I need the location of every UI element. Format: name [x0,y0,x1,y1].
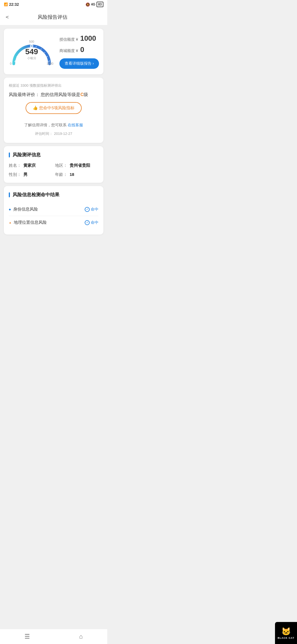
shop-amount: 0 [80,45,84,54]
network-label: 4G [91,2,95,6]
risk-item-left-identity: ◆ 身份信息风险 [9,207,38,212]
gauge-score: 549 小银分 [25,48,38,60]
svg-line-2 [20,52,21,53]
risk-blue-bar-icon [9,192,10,197]
region-label: 地区： [55,163,67,168]
shop-row: 商城额度 ¥ 0 [59,45,99,54]
name-label: 姓名： [9,163,21,168]
risk-section-title: 风险信息检测命中结果 [9,192,98,198]
mute-icon: 🔕 [86,2,90,7]
hit-badge-location: ✓ 命中 [85,220,98,225]
blue-bar-icon [9,152,10,157]
shop-label: 商城额度 ¥ [59,48,78,53]
triangle-icon: ▲ [9,221,12,224]
contact-row: 了解信用详情，您可联系 在线客服 [9,123,98,128]
back-button[interactable]: ＜ [4,12,12,22]
credit-row: 授信额度 ¥ 1000 [59,34,99,43]
info-age: 年龄： 18 [55,172,98,177]
time-label: 22:32 [9,2,19,7]
credit-amount: 1000 [80,34,96,43]
age-label: 年龄： [55,172,67,177]
grade-label: C [80,92,84,97]
hit-badge-identity: ✓ 命中 [85,207,98,212]
risk-item-location-label: 地理位置信息风险 [14,220,47,225]
risk-item-location: ▲ 地理位置信息风险 ✓ 命中 [9,216,98,229]
page-title: 风险报告评估 [12,14,93,20]
risk-card: 风险信息检测命中结果 ◆ 身份信息风险 ✓ 命中 ▲ 地理位置信息风险 ✓ 命中 [4,186,103,234]
hit-status-location: 命中 [91,220,98,225]
region-value: 贵州省贵阳 [70,163,90,168]
check-circle-identity: ✓ [85,207,90,212]
info-card: 风险测评信息 姓名： 黄家庆 地区： 贵州省贵阳 性别： 男 年龄： 18 [4,146,103,183]
gauge-min: 0 [10,62,12,65]
name-value: 黄家庆 [23,163,36,168]
risk-item-identity-label: 身份信息风险 [13,207,38,212]
gauge-container: 500 549 小银分 0 1000 [8,38,55,65]
grade-text: 级 [84,92,88,97]
eval-subtitle: 根据近 3300 项数据指标测评得出 [9,83,98,88]
eval-time-label: 评估时间： [35,132,53,136]
age-value: 18 [70,172,74,177]
diamond-icon: ◆ [9,208,11,211]
eval-time: 2019-12-27 [54,132,72,136]
score-number: 549 [25,48,38,56]
info-grid: 姓名： 黄家庆 地区： 贵州省贵阳 性别： 男 年龄： 18 [9,163,98,177]
info-section-title: 风险测评信息 [9,152,98,158]
score-info: 授信额度 ¥ 1000 商城额度 ¥ 0 查看详细版报告 › [59,34,99,69]
contact-text: 了解信用详情，您可联系 [24,123,67,127]
status-left: 📶 22:32 [4,2,19,7]
credit-label: 授信额度 ¥ [59,37,78,42]
status-bar: 📶 22:32 🔕 4G 83 [0,0,107,9]
hit-status-identity: 命中 [91,207,98,212]
eval-time-section: 评估时间： 2019-12-27 [9,129,98,140]
status-right: 🔕 4G 83 [86,2,103,7]
header: ＜ 风险报告评估 [0,9,107,25]
signal-icon: 📶 [4,2,8,6]
check-circle-location: ✓ [85,220,90,225]
svg-point-10 [30,45,33,47]
score-unit: 小银分 [25,56,38,60]
risk-indicator-button[interactable]: 👍 您命中5项风险指标 [26,102,82,114]
risk-item-identity: ◆ 身份信息风险 ✓ 命中 [9,203,98,216]
eval-main-text2: 您的信用风险等级是 [41,92,80,97]
info-name: 姓名： 黄家庆 [9,163,52,168]
gauge-mid-label: 500 [29,40,34,43]
online-service-link[interactable]: 在线客服 [68,123,83,127]
gauge-labels: 0 1000 [8,62,55,65]
info-gender: 性别： 男 [9,172,52,177]
battery-label: 83 [97,2,103,7]
eval-card: 根据近 3300 项数据指标测评得出 风险最终评价： 您的信用风险等级是C级 👍… [4,78,103,143]
risk-item-left-location: ▲ 地理位置信息风险 [9,220,47,225]
eval-main-text1: 风险最终评价： [9,92,40,97]
info-region: 地区： 贵州省贵阳 [55,163,98,168]
score-card: 500 549 小银分 0 1000 授信额度 ¥ 1000 商城额度 ¥ 0 … [4,29,103,74]
detail-report-button[interactable]: 查看详细版报告 › [59,58,99,69]
gender-label: 性别： [9,172,21,177]
gender-value: 男 [23,172,28,177]
gauge-max: 1000 [47,62,53,65]
eval-main: 风险最终评价： 您的信用风险等级是C级 [9,92,98,98]
